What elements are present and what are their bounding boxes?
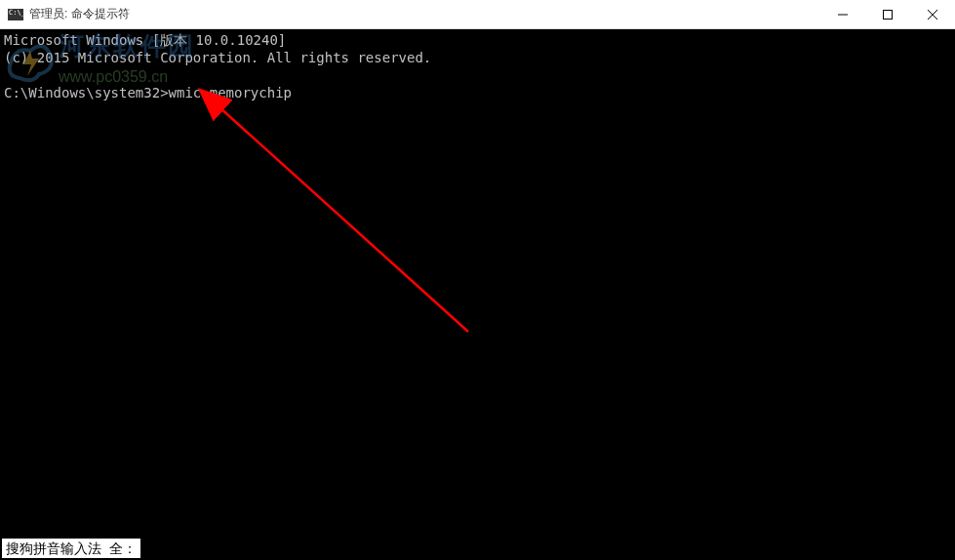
window-title: 管理员: 命令提示符 [29,6,130,22]
terminal-line-copyright: (c) 2015 Microsoft Corporation. All righ… [4,49,951,66]
terminal-line-version: Microsoft Windows [版本 10.0.10240] [4,31,951,49]
annotation-arrow-icon [0,29,955,560]
window-controls [820,0,955,29]
ime-text: 搜狗拼音输入法 全： [6,540,137,556]
close-button[interactable] [910,0,955,29]
cmd-icon [8,9,23,20]
terminal-blank [4,66,951,84]
terminal-area[interactable]: Microsoft Windows [版本 10.0.10240] (c) 20… [0,29,955,560]
svg-rect-1 [884,11,893,20]
ime-status-bar: 搜狗拼音输入法 全： [2,539,140,558]
minimize-button[interactable] [820,0,865,29]
typed-command: wmic memorychip [169,85,292,100]
svg-line-5 [219,107,468,332]
maximize-button[interactable] [865,0,910,29]
window-titlebar: 管理员: 命令提示符 [0,0,955,29]
terminal-prompt-line: C:\Windows\system32>wmic memorychip [4,84,951,101]
prompt-path: C:\Windows\system32> [4,85,169,100]
